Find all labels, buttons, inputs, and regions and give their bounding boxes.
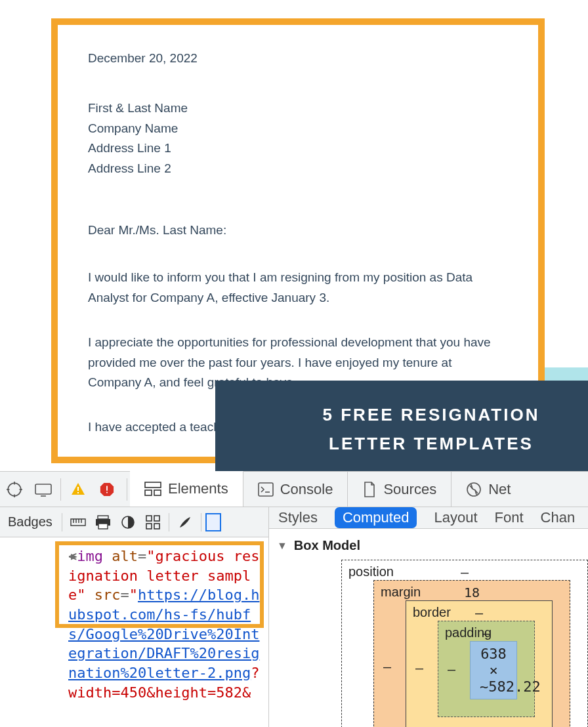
svg-rect-10 [106, 486, 108, 490]
sources-icon [362, 482, 377, 497]
code-attr-value: " [129, 587, 138, 603]
network-icon [466, 482, 482, 497]
box-model-margin: margin 18 – border – – padding – – 638 [373, 580, 570, 727]
svg-rect-23 [98, 516, 108, 519]
code-attr-name: src [94, 587, 121, 603]
bm-label: border [413, 605, 451, 620]
svg-rect-5 [35, 484, 51, 494]
svg-rect-12 [145, 482, 161, 488]
svg-rect-29 [146, 524, 152, 529]
letter-date: December 20, 2022 [88, 49, 508, 68]
letter-address-block: First & Last Name Company Name Address L… [88, 98, 508, 178]
promo-banner-title: 5 FREE RESIGNATION LETTER TEMPLATES [294, 400, 568, 458]
contrast-icon[interactable] [116, 510, 140, 534]
tab-label: Elements [168, 480, 228, 497]
badges-button[interactable]: Badges [3, 510, 58, 534]
code-tag: img [77, 548, 103, 564]
svg-rect-7 [77, 487, 79, 491]
tab-label: Sources [383, 481, 436, 498]
ruler-icon[interactable] [66, 510, 90, 534]
styles-panel: Styles Computed Layout Font Chan ▼ Box M… [269, 507, 588, 727]
tab-layout[interactable]: Layout [434, 509, 477, 526]
layout-toggle-icon[interactable] [205, 513, 221, 531]
svg-rect-25 [98, 524, 108, 529]
print-icon[interactable] [91, 510, 115, 534]
tab-styles[interactable]: Styles [278, 509, 318, 526]
letter-addr-line: First & Last Name [88, 98, 508, 118]
box-model-diagram[interactable]: position – margin 18 – border – – paddin… [341, 560, 588, 727]
device-toolbar-icon[interactable] [29, 472, 58, 507]
bm-value: – [448, 661, 455, 677]
box-model-padding: padding – – 638 × ~582.22 [438, 621, 535, 717]
svg-rect-11 [106, 491, 108, 493]
warning-icon[interactable] [64, 472, 93, 507]
dom-toolbar: Badges [0, 507, 268, 537]
svg-rect-13 [145, 490, 152, 495]
bm-value: – [461, 564, 469, 580]
letter-addr-line: Address Line 1 [88, 138, 508, 158]
bm-value: – [482, 625, 490, 641]
promo-banner[interactable]: 5 FREE RESIGNATION LETTER TEMPLATES [215, 381, 588, 478]
code-attr-name: alt [112, 548, 138, 564]
bm-value: – [475, 605, 483, 621]
tab-changes[interactable]: Chan [541, 509, 576, 526]
tab-network[interactable]: Net [452, 472, 525, 507]
letter-paragraph: I would like to inform you that I am res… [88, 268, 508, 308]
tab-font[interactable]: Font [495, 509, 524, 526]
devtools-panel: Elements Console Sources Net Badges [0, 471, 588, 727]
box-model-position: position – margin 18 – border – – paddin… [341, 560, 588, 727]
elements-icon [144, 482, 161, 496]
bm-value: 18 [464, 585, 480, 600]
devtools-tabstrip: Elements Console Sources Net [0, 472, 588, 507]
svg-rect-8 [77, 492, 79, 493]
letter-salutation: Dear Mr./Ms. Last Name: [88, 220, 508, 240]
bm-value: – [415, 660, 423, 676]
disclosure-triangle-icon[interactable]: ▼ [277, 540, 287, 552]
dom-tree-code[interactable]: ▶ <img alt="gracious resignation letter … [0, 537, 268, 708]
tab-console[interactable]: Console [243, 472, 348, 507]
svg-rect-15 [259, 483, 273, 496]
section-title: Box Model [294, 538, 360, 553]
svg-rect-28 [154, 516, 159, 521]
brush-icon[interactable] [173, 510, 197, 534]
grid-icon[interactable] [141, 510, 165, 534]
tab-elements[interactable]: Elements [130, 471, 243, 507]
letter-addr-line: Company Name [88, 119, 508, 138]
bm-label: margin [381, 585, 421, 600]
page-content: December 20, 2022 First & Last Name Comp… [0, 0, 588, 471]
tab-label: Console [280, 481, 333, 498]
svg-rect-27 [146, 516, 152, 521]
tab-sources[interactable]: Sources [348, 472, 452, 507]
box-model-header[interactable]: ▼ Box Model [269, 529, 588, 560]
tab-label: Net [488, 481, 511, 498]
svg-point-0 [8, 483, 21, 496]
console-icon [258, 482, 274, 497]
svg-rect-30 [154, 524, 159, 529]
svg-rect-14 [154, 490, 161, 495]
box-model-border: border – – padding – – 638 × ~582.22 [406, 600, 553, 727]
error-icon[interactable] [93, 472, 121, 507]
box-model-content: 638 × ~582.22 [470, 641, 517, 699]
bm-value: – [383, 659, 391, 675]
tab-computed[interactable]: Computed [335, 507, 417, 528]
bm-label: position [348, 564, 394, 579]
expand-triangle-icon[interactable]: ▶ [71, 549, 77, 564]
inspect-element-icon[interactable] [0, 472, 29, 507]
styles-tabstrip: Styles Computed Layout Font Chan [269, 507, 588, 529]
letter-addr-line: Address Line 2 [88, 159, 508, 178]
dom-tree-panel: Badges [0, 507, 269, 727]
